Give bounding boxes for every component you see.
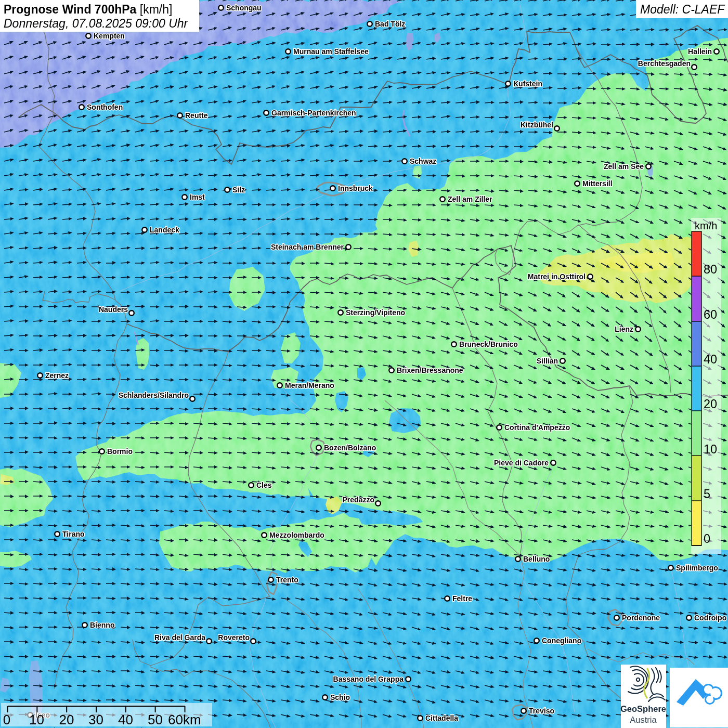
svg-text:Conegliano: Conegliano	[542, 636, 581, 645]
svg-text:Modell: C-LAEF: Modell: C-LAEF	[640, 3, 725, 16]
svg-text:60km: 60km	[168, 712, 201, 727]
svg-text:Cortina d'Ampezzo: Cortina d'Ampezzo	[504, 423, 570, 432]
svg-text:Cittadella: Cittadella	[425, 714, 458, 722]
svg-text:Codroipo: Codroipo	[694, 614, 726, 622]
svg-text:Bormio: Bormio	[107, 447, 133, 456]
svg-text:Schio: Schio	[330, 693, 350, 701]
svg-text:Feltre: Feltre	[452, 594, 472, 603]
svg-text:Reutte: Reutte	[185, 111, 208, 120]
svg-text:Pieve di Cadore: Pieve di Cadore	[494, 459, 549, 467]
svg-text:Treviso: Treviso	[529, 707, 554, 715]
svg-text:Bozen/Bolzano: Bozen/Bolzano	[324, 444, 376, 452]
svg-text:Bassano del Grappa: Bassano del Grappa	[333, 675, 404, 683]
svg-text:40: 40	[118, 712, 133, 727]
svg-text:Belluno: Belluno	[523, 555, 550, 563]
svg-text:Sillian: Sillian	[537, 357, 558, 365]
svg-text:Spilimbergo: Spilimbergo	[676, 564, 718, 572]
svg-text:Berchtesgaden: Berchtesgaden	[638, 59, 691, 68]
svg-text:80: 80	[704, 263, 717, 276]
svg-text:GeoSphere: GeoSphere	[620, 704, 666, 713]
svg-text:Schwaz: Schwaz	[410, 157, 436, 165]
svg-text:Bienno: Bienno	[90, 621, 114, 629]
svg-text:Schongau: Schongau	[226, 4, 262, 12]
svg-text:20: 20	[59, 712, 74, 727]
svg-text:Innsbruck: Innsbruck	[338, 184, 373, 192]
svg-text:Mezzolombardo: Mezzolombardo	[269, 531, 324, 539]
svg-text:Murnau am Staffelsee: Murnau am Staffelsee	[293, 47, 369, 56]
svg-text:Landeck: Landeck	[150, 226, 179, 234]
svg-text:Nauders: Nauders	[99, 305, 128, 314]
svg-text:Mittersill: Mittersill	[582, 179, 613, 188]
svg-text:Zell am Ziller: Zell am Ziller	[448, 195, 492, 203]
svg-text:Silz: Silz	[232, 186, 245, 194]
svg-text:Schlanders/Silandro: Schlanders/Silandro	[119, 391, 189, 399]
svg-text:km/h: km/h	[695, 220, 717, 231]
svg-text:Bruneck/Brunico: Bruneck/Brunico	[459, 340, 518, 348]
svg-text:Zell am See: Zell am See	[604, 162, 644, 171]
svg-text:0: 0	[3, 712, 10, 727]
svg-text:Pordenone: Pordenone	[622, 614, 660, 622]
svg-text:Sonthofen: Sonthofen	[87, 103, 123, 111]
svg-text:50: 50	[148, 712, 163, 727]
svg-text:Riva del Garda: Riva del Garda	[154, 633, 205, 642]
svg-text:Rovereto: Rovereto	[218, 633, 250, 642]
svg-text:Predazzo: Predazzo	[343, 496, 374, 504]
svg-text:60: 60	[704, 308, 717, 321]
svg-text:40: 40	[704, 353, 717, 366]
svg-text:5: 5	[704, 487, 710, 501]
svg-text:Lienz: Lienz	[615, 325, 633, 333]
svg-text:Kitzbühel: Kitzbühel	[521, 121, 553, 129]
svg-text:Prognose Wind 700hPa [km/h]: Prognose Wind 700hPa [km/h]	[4, 3, 172, 16]
svg-text:Steinach am Brenner: Steinach am Brenner	[271, 243, 344, 251]
svg-text:0: 0	[704, 532, 710, 545]
svg-text:20: 20	[704, 397, 717, 411]
svg-text:Donnerstag, 07.08.2025 09:00 U: Donnerstag, 07.08.2025 09:00 Uhr	[4, 17, 189, 30]
svg-text:Sterzing/Vipiteno: Sterzing/Vipiteno	[346, 308, 405, 317]
svg-text:Trento: Trento	[276, 576, 298, 584]
svg-text:Kempten: Kempten	[94, 32, 125, 40]
svg-text:30: 30	[88, 712, 103, 727]
svg-text:10: 10	[704, 443, 717, 456]
svg-text:Kufstein: Kufstein	[513, 80, 542, 88]
svg-text:Hallein: Hallein	[688, 47, 712, 56]
svg-text:Cles: Cles	[256, 481, 272, 489]
svg-text:Bad Tölz: Bad Tölz	[375, 20, 405, 28]
svg-text:Meran/Merano: Meran/Merano	[285, 381, 334, 389]
svg-text:Garmisch-Partenkirchen: Garmisch-Partenkirchen	[271, 109, 356, 117]
svg-text:Zernez: Zernez	[45, 371, 69, 380]
svg-text:Brixen/Bressanone: Brixen/Bressanone	[397, 366, 463, 374]
svg-text:Imst: Imst	[190, 193, 205, 201]
svg-text:Austria: Austria	[630, 715, 657, 724]
svg-text:Tirano: Tirano	[62, 530, 85, 538]
svg-text:Matrei in Osttirol: Matrei in Osttirol	[528, 272, 586, 281]
svg-text:10: 10	[29, 712, 44, 727]
